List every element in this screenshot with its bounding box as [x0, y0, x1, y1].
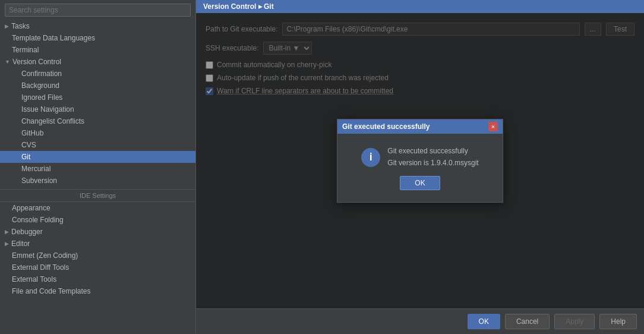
- sidebar-item-mercurial[interactable]: Mercurial: [0, 163, 195, 175]
- sidebar-item-label: Background: [21, 81, 59, 90]
- sidebar-item-terminal[interactable]: Terminal: [0, 44, 195, 56]
- modal-line2: Git version is 1.9.4.0.msysgit: [387, 157, 478, 169]
- sidebar-item-subversion[interactable]: Subversion: [0, 175, 195, 187]
- sidebar-item-console-folding[interactable]: Console Folding: [0, 214, 195, 226]
- sidebar-item-ignored-files[interactable]: Ignored Files: [0, 92, 195, 103]
- sidebar-item-label: File and Code Templates: [12, 287, 91, 295]
- sidebar-item-label: Terminal: [12, 46, 39, 54]
- sidebar-item-label: External Diff Tools: [12, 263, 69, 272]
- modal-body: i Git executed successfully Git version …: [337, 134, 503, 201]
- sidebar-item-label: Confirmation: [21, 70, 62, 78]
- modal-overlay: Git executed successfully × i Git execut…: [196, 13, 644, 308]
- sidebar-item-debugger[interactable]: ▶ Debugger: [0, 226, 195, 238]
- sidebar-item-label: Template Data Languages: [12, 34, 95, 42]
- content-body: Path to Git executable: ... Test SSH exe…: [196, 13, 644, 308]
- sidebar-item-issue-navigation[interactable]: Issue Navigation: [0, 103, 195, 115]
- sidebar-item-template-data-languages[interactable]: Template Data Languages: [0, 32, 195, 44]
- chevron-right-icon: ▶: [5, 23, 9, 29]
- help-button[interactable]: Help: [599, 314, 637, 329]
- sidebar: ▶ Tasks Template Data Languages Terminal…: [0, 0, 196, 334]
- sidebar-item-tasks[interactable]: ▶ Tasks: [0, 20, 195, 32]
- modal-title-bar: Git executed successfully ×: [337, 119, 503, 134]
- sidebar-item-external-diff-tools[interactable]: External Diff Tools: [0, 261, 195, 273]
- sidebar-item-label: Debugger: [11, 228, 43, 236]
- apply-button[interactable]: Apply: [554, 314, 595, 329]
- sidebar-item-editor[interactable]: ▶ Editor: [0, 238, 195, 250]
- sidebar-item-external-tools[interactable]: External Tools: [0, 273, 195, 285]
- chevron-down-icon: ▼: [5, 59, 10, 65]
- sidebar-item-label: Appearance: [12, 204, 50, 212]
- sidebar-item-label: Version Control: [12, 58, 61, 66]
- chevron-right-icon: ▶: [5, 241, 9, 247]
- content-header: Version Control ▸ Git: [196, 0, 644, 13]
- ok-button[interactable]: OK: [468, 314, 500, 329]
- sidebar-item-file-code-templates[interactable]: File and Code Templates: [0, 285, 195, 297]
- content-area: Version Control ▸ Git Path to Git execut…: [196, 0, 644, 334]
- sidebar-item-github[interactable]: GitHub: [0, 127, 195, 139]
- sidebar-item-label: Ignored Files: [21, 93, 62, 102]
- sidebar-item-label: Editor: [11, 240, 30, 248]
- search-input[interactable]: [5, 4, 191, 17]
- info-icon: i: [361, 148, 380, 167]
- sidebar-item-label: External Tools: [12, 275, 56, 283]
- sidebar-item-label: GitHub: [21, 129, 43, 137]
- modal-close-button[interactable]: ×: [488, 122, 498, 131]
- modal-dialog: Git executed successfully × i Git execut…: [337, 119, 503, 202]
- sidebar-item-label: Emmet (Zen Coding): [12, 251, 78, 260]
- main-layout: ▶ Tasks Template Data Languages Terminal…: [0, 0, 644, 334]
- sidebar-item-label: Mercurial: [21, 165, 50, 173]
- sidebar-item-appearance[interactable]: Appearance: [0, 202, 195, 214]
- modal-ok-button[interactable]: OK: [400, 176, 440, 190]
- modal-text-block: Git executed successfully Git version is…: [387, 146, 478, 168]
- sidebar-item-background[interactable]: Background: [0, 80, 195, 92]
- chevron-right-icon: ▶: [5, 229, 9, 235]
- modal-title: Git executed successfully: [342, 122, 430, 131]
- sidebar-item-confirmation[interactable]: Confirmation: [0, 68, 195, 80]
- sidebar-item-label: Git: [21, 153, 30, 161]
- sidebar-item-cvs[interactable]: CVS: [0, 139, 195, 151]
- sidebar-item-label: Changelist Conflicts: [21, 117, 84, 125]
- breadcrumb: Version Control ▸ Git: [203, 2, 274, 11]
- cancel-button[interactable]: Cancel: [505, 314, 550, 329]
- bottom-bar: OK Cancel Apply Help: [196, 308, 644, 334]
- sidebar-item-git[interactable]: Git: [0, 151, 195, 163]
- modal-icon-text: i Git executed successfully Git version …: [361, 146, 478, 168]
- sidebar-item-label: CVS: [21, 141, 36, 149]
- tree-area: ▶ Tasks Template Data Languages Terminal…: [0, 20, 195, 334]
- sidebar-item-label: Console Folding: [12, 216, 64, 224]
- modal-line1: Git executed successfully: [387, 146, 478, 157]
- sidebar-item-changelist-conflicts[interactable]: Changelist Conflicts: [0, 115, 195, 127]
- sidebar-item-label: Tasks: [11, 22, 30, 30]
- sidebar-item-label: Subversion: [21, 177, 57, 185]
- ide-settings-header: IDE Settings: [0, 189, 195, 202]
- search-box-wrap: [0, 0, 195, 20]
- sidebar-item-label: Issue Navigation: [21, 105, 74, 114]
- sidebar-item-version-control[interactable]: ▼ Version Control: [0, 56, 195, 68]
- sidebar-item-emmet[interactable]: Emmet (Zen Coding): [0, 250, 195, 261]
